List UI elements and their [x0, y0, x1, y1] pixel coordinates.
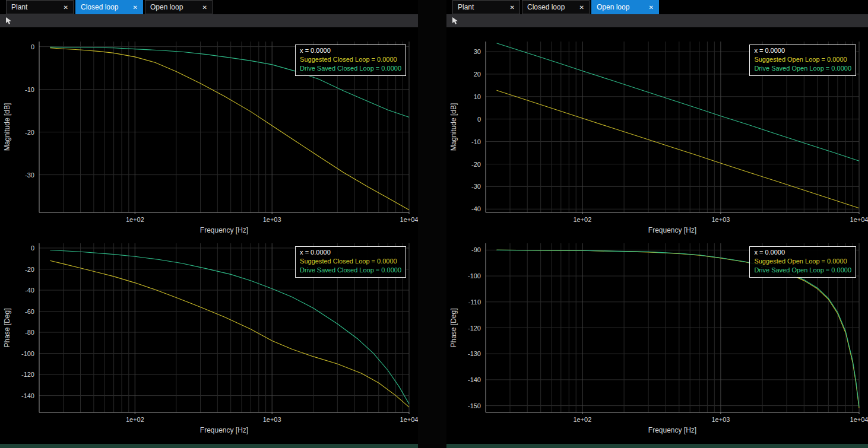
tab-plant[interactable]: Plant✕ — [452, 0, 520, 14]
tab-open-loop[interactable]: Open loop✕ — [145, 0, 213, 14]
pointer-tool-icon[interactable] — [5, 17, 13, 25]
legend-line: x = 0.0000 — [754, 248, 851, 257]
svg-text:-10: -10 — [471, 138, 481, 145]
legend-line: Suggested Open Loop = 0.0000 — [754, 257, 851, 266]
svg-text:-100: -100 — [468, 272, 481, 279]
svg-text:-20: -20 — [471, 161, 481, 168]
tab-close-icon[interactable]: ✕ — [202, 4, 207, 11]
open-loop-magnitude-plot[interactable]: 3020100-10-20-30-401e+021e+031e+04Freque… — [446, 27, 868, 236]
svg-text:0: 0 — [31, 244, 34, 252]
svg-text:-130: -130 — [468, 350, 481, 357]
open-loop-phase-plot[interactable]: -90-100-110-120-130-140-1501e+021e+031e+… — [446, 236, 868, 444]
tab-bar: Plant✕Closed loop✕Open loop✕ — [446, 0, 868, 14]
svg-text:0: 0 — [477, 116, 481, 123]
cursor-legend: x = 0.0000Suggested Closed Loop = 0.0000… — [295, 45, 406, 76]
svg-text:-40: -40 — [25, 287, 34, 294]
svg-text:-110: -110 — [468, 298, 481, 306]
cursor-legend: x = 0.0000Suggested Open Loop = 0.0000Dr… — [749, 45, 856, 76]
legend-line: x = 0.0000 — [300, 46, 401, 55]
svg-text:1e+03: 1e+03 — [263, 216, 281, 223]
svg-text:0: 0 — [31, 43, 34, 50]
svg-text:1e+02: 1e+02 — [573, 416, 591, 423]
svg-text:1e+03: 1e+03 — [263, 416, 281, 423]
svg-text:-120: -120 — [21, 371, 34, 378]
svg-text:-20: -20 — [25, 266, 34, 273]
svg-text:1e+03: 1e+03 — [711, 216, 730, 223]
svg-text:Magnitude [dB]: Magnitude [dB] — [449, 103, 458, 151]
svg-text:30: 30 — [474, 48, 481, 55]
legend-line: x = 0.0000 — [300, 248, 401, 257]
svg-text:1e+04: 1e+04 — [400, 216, 418, 223]
tab-label: Closed loop — [527, 3, 565, 11]
svg-text:Frequency [Hz]: Frequency [Hz] — [648, 226, 696, 234]
svg-text:1e+04: 1e+04 — [850, 416, 868, 423]
legend-line: Suggested Open Loop = 0.0000 — [754, 55, 851, 64]
svg-text:Phase [Deg]: Phase [Deg] — [3, 308, 11, 347]
svg-text:20: 20 — [474, 71, 481, 78]
svg-text:-120: -120 — [468, 325, 481, 332]
tab-close-icon[interactable]: ✕ — [649, 4, 654, 11]
svg-text:-90: -90 — [471, 246, 481, 253]
svg-text:-140: -140 — [21, 392, 34, 399]
tab-close-icon[interactable]: ✕ — [510, 4, 515, 11]
series-suggested-closed-loop — [50, 260, 409, 407]
cursor-legend: x = 0.0000Suggested Open Loop = 0.0000Dr… — [749, 246, 856, 278]
svg-text:1e+04: 1e+04 — [850, 216, 868, 223]
tab-closed-loop[interactable]: Closed loop✕ — [522, 0, 590, 14]
svg-text:Frequency [Hz]: Frequency [Hz] — [648, 426, 696, 434]
status-strip — [446, 444, 868, 448]
tab-close-icon[interactable]: ✕ — [579, 4, 584, 11]
tab-open-loop[interactable]: Open loop✕ — [591, 0, 659, 14]
toolbar — [0, 14, 418, 27]
svg-text:-30: -30 — [471, 183, 481, 190]
cursor-legend: x = 0.0000Suggested Closed Loop = 0.0000… — [295, 246, 406, 278]
tab-label: Plant — [458, 3, 474, 11]
legend-line: Suggested Closed Loop = 0.0000 — [300, 257, 401, 266]
tab-closed-loop[interactable]: Closed loop✕ — [75, 0, 143, 14]
legend-line: Drive Saved Closed Loop = 0.0000 — [300, 266, 401, 275]
legend-line: Suggested Closed Loop = 0.0000 — [300, 55, 401, 64]
tab-label: Open loop — [150, 3, 183, 11]
tab-plant[interactable]: Plant✕ — [6, 0, 74, 14]
svg-text:-150: -150 — [468, 402, 481, 409]
svg-text:1e+02: 1e+02 — [573, 216, 591, 223]
legend-line: Drive Saved Closed Loop = 0.0000 — [300, 64, 401, 73]
closed-loop-magnitude-plot[interactable]: 0-10-20-301e+021e+031e+04Frequency [Hz]M… — [0, 27, 418, 236]
tab-bar: Plant✕Closed loop✕Open loop✕ — [0, 0, 418, 14]
svg-text:Phase [Deg]: Phase [Deg] — [449, 308, 458, 347]
svg-text:Magnitude [dB]: Magnitude [dB] — [3, 103, 11, 151]
svg-text:-60: -60 — [25, 308, 34, 315]
legend-line: Drive Saved Open Loop = 0.0000 — [754, 266, 851, 275]
svg-text:1e+02: 1e+02 — [126, 216, 144, 223]
status-strip — [0, 444, 418, 448]
svg-text:-100: -100 — [21, 350, 34, 357]
panel-closed-loop: Plant✕Closed loop✕Open loop✕ 0-10-20-301… — [0, 0, 418, 448]
chart-stack: 0-10-20-301e+021e+031e+04Frequency [Hz]M… — [0, 27, 418, 444]
tab-label: Open loop — [597, 3, 629, 11]
svg-text:1e+02: 1e+02 — [126, 416, 144, 423]
closed-loop-phase-plot[interactable]: 0-20-40-60-80-100-120-1401e+021e+031e+04… — [0, 236, 418, 444]
svg-text:-40: -40 — [471, 205, 481, 212]
svg-text:-10: -10 — [25, 86, 34, 93]
svg-text:1e+03: 1e+03 — [711, 416, 730, 423]
toolbar — [446, 14, 868, 27]
pointer-tool-icon[interactable] — [451, 17, 460, 25]
svg-text:-20: -20 — [25, 129, 34, 136]
tab-label: Plant — [11, 3, 27, 11]
tab-close-icon[interactable]: ✕ — [64, 4, 68, 11]
svg-text:-30: -30 — [25, 171, 34, 179]
svg-text:-140: -140 — [468, 376, 481, 383]
panel-open-loop: Plant✕Closed loop✕Open loop✕ 3020100-10-… — [446, 0, 868, 448]
legend-line: Drive Saved Open Loop = 0.0000 — [754, 64, 851, 73]
series-suggested-open-loop — [497, 90, 860, 208]
svg-text:-80: -80 — [25, 329, 34, 336]
svg-text:1e+04: 1e+04 — [400, 416, 418, 423]
tab-close-icon[interactable]: ✕ — [133, 4, 138, 11]
legend-line: x = 0.0000 — [754, 46, 851, 55]
tab-label: Closed loop — [81, 3, 118, 11]
svg-text:10: 10 — [474, 93, 481, 100]
svg-text:Frequency [Hz]: Frequency [Hz] — [200, 426, 248, 434]
chart-stack: 3020100-10-20-30-401e+021e+031e+04Freque… — [446, 27, 868, 444]
svg-text:Frequency [Hz]: Frequency [Hz] — [200, 226, 248, 234]
